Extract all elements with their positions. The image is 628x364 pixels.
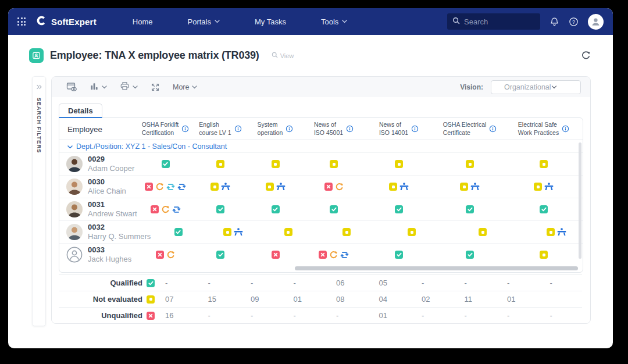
not-evaluated-icon[interactable]	[534, 183, 542, 191]
not-evaluated-icon[interactable]	[223, 228, 231, 236]
status-cell	[248, 251, 303, 259]
recycle-refresh-icon[interactable]	[335, 183, 344, 191]
not-evaluated-icon[interactable]	[284, 228, 292, 236]
unqualified-icon[interactable]	[151, 205, 159, 213]
vertical-scrollbar[interactable]	[579, 142, 581, 259]
reevaluation-loop-icon[interactable]	[166, 183, 175, 191]
not-evaluated-icon[interactable]	[330, 160, 338, 168]
horizontal-scrollbar-thumb[interactable]	[295, 266, 578, 270]
info-icon[interactable]	[286, 125, 293, 133]
qualified-icon[interactable]	[330, 205, 338, 213]
view-link[interactable]: View	[272, 52, 294, 59]
training-desk-icon[interactable]	[276, 183, 286, 191]
chart-button[interactable]	[85, 79, 112, 95]
info-icon[interactable]	[411, 125, 419, 133]
qualified-icon[interactable]	[395, 251, 403, 259]
info-icon[interactable]	[181, 125, 189, 133]
qualified-icon[interactable]	[466, 251, 474, 259]
nav-item-tools[interactable]: Tools	[306, 14, 362, 30]
not-evaluated-icon[interactable]	[466, 160, 474, 168]
nav-item-label: My Tasks	[255, 17, 286, 26]
recycle-refresh-icon[interactable]	[166, 251, 175, 259]
not-evaluated-icon[interactable]	[395, 160, 403, 168]
not-evaluated-icon[interactable]	[540, 160, 548, 168]
not-evaluated-icon[interactable]	[389, 183, 397, 191]
tab-details[interactable]: Details	[59, 104, 102, 118]
reevaluation-loop-icon[interactable]	[340, 251, 349, 259]
search-input[interactable]	[464, 17, 535, 26]
unqualified-icon[interactable]	[156, 251, 164, 259]
qualified-icon[interactable]	[466, 205, 474, 213]
recycle-refresh-icon[interactable]	[155, 183, 164, 191]
employee-row[interactable]: 0032Harry Q. Summers	[59, 220, 583, 243]
not-evaluated-icon[interactable]	[272, 160, 280, 168]
training-desk-icon[interactable]	[221, 183, 230, 191]
status-cell	[193, 205, 248, 213]
unqualified-icon[interactable]	[324, 183, 333, 191]
not-evaluated-icon[interactable]	[216, 160, 224, 168]
training-desk-icon[interactable]	[544, 183, 554, 191]
vision-select[interactable]: Organizational	[491, 80, 581, 94]
qualified-icon[interactable]	[395, 205, 403, 213]
info-icon[interactable]	[489, 125, 497, 133]
column-header: OSHA Forklift Certification	[138, 121, 193, 136]
column-header-label: OSHA Electrical Certificate	[443, 121, 487, 136]
qualified-icon[interactable]	[216, 251, 224, 259]
not-evaluated-icon[interactable]	[540, 251, 548, 259]
search-filters-rail[interactable]: SEARCH FILTERS	[32, 76, 46, 326]
summary-value: -	[240, 311, 283, 320]
summary-value: 08	[326, 295, 369, 304]
qualified-icon[interactable]	[540, 205, 548, 213]
app-grid-icon[interactable]	[17, 17, 26, 26]
training-desk-icon[interactable]	[234, 228, 243, 236]
qualified-icon[interactable]	[272, 205, 280, 213]
summary-value: -	[283, 279, 326, 287]
more-button[interactable]: More	[167, 80, 202, 94]
not-evaluated-icon[interactable]	[408, 228, 416, 236]
view-config-button[interactable]	[61, 79, 83, 95]
not-evaluated-icon[interactable]	[547, 228, 555, 236]
employee-row[interactable]: 0033Jack Hughes	[59, 243, 583, 266]
nav-item-my-tasks[interactable]: My Tasks	[240, 14, 301, 30]
brand-logo[interactable]: SoftExpert	[36, 15, 97, 28]
refresh-page-icon[interactable]	[581, 51, 591, 60]
qualified-icon[interactable]	[216, 205, 224, 213]
employee-row[interactable]: 0030Alice Chain	[59, 175, 583, 198]
group-row[interactable]: Dept./Position: XYZ 1 - Sales/Con - Cons…	[59, 140, 583, 152]
unqualified-icon[interactable]	[272, 251, 280, 259]
nav-item-label: Tools	[321, 17, 338, 26]
not-evaluated-icon[interactable]	[210, 183, 219, 191]
reevaluation-loop-icon[interactable]	[172, 205, 181, 214]
not-evaluated-icon[interactable]	[479, 228, 487, 236]
fullscreen-button[interactable]	[145, 80, 165, 95]
not-evaluated-icon[interactable]	[342, 228, 351, 236]
training-desk-icon[interactable]	[399, 183, 409, 191]
notifications-bell-icon[interactable]	[550, 17, 559, 27]
summary-row: Qualified----0605----	[59, 274, 582, 291]
info-icon[interactable]	[234, 125, 242, 133]
not-evaluated-icon[interactable]	[266, 183, 274, 191]
reevaluation-loop-icon[interactable]	[177, 183, 186, 191]
global-search[interactable]	[447, 13, 540, 30]
qualified-icon[interactable]	[174, 228, 183, 236]
training-desk-icon[interactable]	[470, 183, 480, 191]
expand-filters-icon[interactable]	[36, 81, 42, 92]
nav-item-home[interactable]: Home	[117, 14, 168, 30]
help-icon[interactable]: ?	[569, 17, 579, 27]
unqualified-icon[interactable]	[145, 183, 153, 191]
recycle-refresh-icon[interactable]	[329, 251, 338, 259]
nav-item-portals[interactable]: Portals	[173, 14, 235, 30]
info-icon[interactable]	[346, 125, 354, 133]
info-icon[interactable]	[562, 125, 569, 133]
column-header: News of ISO 45001	[303, 121, 365, 136]
column-header: English course LV 1	[193, 121, 248, 136]
training-desk-icon[interactable]	[557, 228, 566, 236]
qualified-icon[interactable]	[162, 160, 170, 168]
recycle-refresh-icon[interactable]	[161, 205, 170, 214]
unqualified-icon[interactable]	[319, 251, 327, 259]
employee-row[interactable]: 0031Andrew Stwart	[59, 198, 583, 220]
print-button[interactable]	[115, 78, 143, 95]
not-evaluated-icon[interactable]	[460, 183, 468, 191]
user-avatar[interactable]	[588, 14, 604, 30]
employee-row[interactable]: 0029Adam Cooper	[59, 152, 583, 175]
